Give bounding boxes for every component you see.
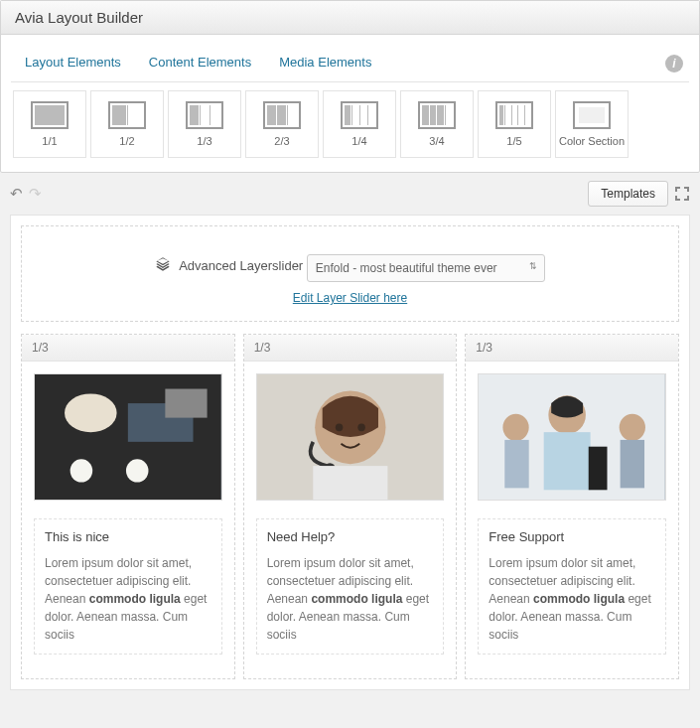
- tab-layout-elements[interactable]: Layout Elements: [11, 45, 135, 81]
- svg-rect-19: [621, 440, 644, 488]
- layerslider-title-row: Advanced Layerslider: [155, 256, 303, 275]
- image-placeholder[interactable]: [34, 373, 222, 501]
- element-label: 3/4: [429, 135, 444, 147]
- element-1-2[interactable]: 1/2: [90, 90, 164, 158]
- column-third-icon: [186, 101, 223, 129]
- svg-point-1: [65, 393, 117, 432]
- svg-point-3: [70, 459, 93, 482]
- element-1-1[interactable]: 1/1: [13, 90, 86, 158]
- svg-point-9: [357, 423, 365, 431]
- svg-rect-15: [589, 447, 608, 491]
- element-label: 1/1: [42, 135, 57, 147]
- text-block-body: Lorem ipsum dolor sit amet, consectetuer…: [267, 554, 434, 644]
- layers-icon: [155, 256, 171, 275]
- element-label: Color Section: [559, 135, 625, 147]
- svg-rect-14: [544, 432, 591, 490]
- text-block[interactable]: Need Help? Lorem ipsum dolor sit amet, c…: [256, 518, 445, 655]
- element-1-5[interactable]: 1/5: [478, 90, 551, 158]
- builder-panel: Avia Layout Builder Layout Elements Cont…: [0, 0, 700, 173]
- column-half-icon: [108, 101, 146, 129]
- element-label: 2/3: [274, 135, 289, 147]
- tab-content-elements[interactable]: Content Elements: [135, 45, 265, 81]
- image-placeholder[interactable]: [478, 373, 666, 501]
- element-1-4[interactable]: 1/4: [323, 90, 396, 158]
- builder-toolbar: ↶ ↷ Templates: [0, 173, 700, 215]
- redo-icon[interactable]: ↷: [29, 185, 42, 203]
- element-3-4[interactable]: 3/4: [400, 90, 474, 158]
- svg-point-18: [620, 414, 645, 441]
- slider-select[interactable]: Enfold - most beautiful theme ever: [307, 254, 545, 282]
- color-section-icon: [573, 101, 611, 129]
- layout-elements-row: 1/1 1/2 1/3 2/3 1/4 3/4: [11, 82, 689, 162]
- text-block[interactable]: Free Support Lorem ipsum dolor sit amet,…: [478, 518, 666, 655]
- svg-rect-11: [313, 466, 387, 500]
- svg-point-4: [126, 459, 149, 482]
- svg-rect-17: [505, 440, 529, 488]
- column-2[interactable]: 1/3 Need Help? Lorem ipsum dolor sit ame…: [243, 334, 458, 679]
- element-2-3[interactable]: 2/3: [245, 90, 319, 158]
- slider-select-wrap: Enfold - most beautiful theme ever: [307, 242, 545, 290]
- svg-point-8: [335, 423, 343, 431]
- column-twothird-icon: [263, 101, 301, 129]
- undo-icon[interactable]: ↶: [10, 185, 23, 203]
- column-size-label: 1/3: [22, 335, 234, 362]
- text-block[interactable]: This is nice Lorem ipsum dolor sit amet,…: [34, 518, 222, 655]
- text-block-title: Need Help?: [267, 529, 434, 544]
- column-1[interactable]: 1/3 This is nice Lorem ipsum dolor sit a…: [21, 334, 235, 679]
- tabs-bar: Layout Elements Content Elements Media E…: [11, 45, 689, 82]
- column-fourth-icon: [341, 101, 378, 129]
- layerslider-block[interactable]: Advanced Layerslider Enfold - most beaut…: [21, 225, 679, 322]
- element-label: 1/4: [351, 135, 366, 147]
- element-1-3[interactable]: 1/3: [168, 90, 241, 158]
- text-block-title: Free Support: [489, 529, 655, 544]
- column-size-label: 1/3: [244, 335, 457, 362]
- column-size-label: 1/3: [466, 335, 678, 362]
- svg-point-16: [503, 414, 529, 441]
- templates-button[interactable]: Templates: [588, 181, 668, 207]
- column-3[interactable]: 1/3 Free Support Lorem ipsum dolor sit a…: [465, 334, 679, 679]
- element-label: 1/5: [506, 135, 521, 147]
- text-block-title: This is nice: [45, 529, 211, 544]
- tab-media-elements[interactable]: Media Elements: [265, 45, 385, 81]
- layerslider-title: Advanced Layerslider: [179, 258, 303, 273]
- element-label: 1/3: [197, 135, 211, 147]
- canvas: Advanced Layerslider Enfold - most beaut…: [10, 215, 690, 690]
- fullscreen-icon[interactable]: [674, 186, 690, 202]
- panel-title: Avia Layout Builder: [1, 1, 699, 35]
- column-fifth-icon: [495, 101, 533, 129]
- svg-rect-5: [165, 389, 207, 418]
- info-icon[interactable]: i: [665, 55, 683, 73]
- columns-row: 1/3 This is nice Lorem ipsum dolor sit a…: [21, 334, 679, 679]
- edit-slider-link[interactable]: Edit Layer Slider here: [293, 291, 407, 305]
- column-threefourth-icon: [418, 101, 456, 129]
- tabs-container: Layout Elements Content Elements Media E…: [1, 35, 699, 172]
- text-block-body: Lorem ipsum dolor sit amet, consectetuer…: [45, 554, 211, 644]
- text-block-body: Lorem ipsum dolor sit amet, consectetuer…: [489, 554, 655, 644]
- image-placeholder[interactable]: [256, 373, 445, 501]
- column-full-icon: [31, 101, 69, 129]
- element-color-section[interactable]: Color Section: [555, 90, 629, 158]
- element-label: 1/2: [119, 135, 134, 147]
